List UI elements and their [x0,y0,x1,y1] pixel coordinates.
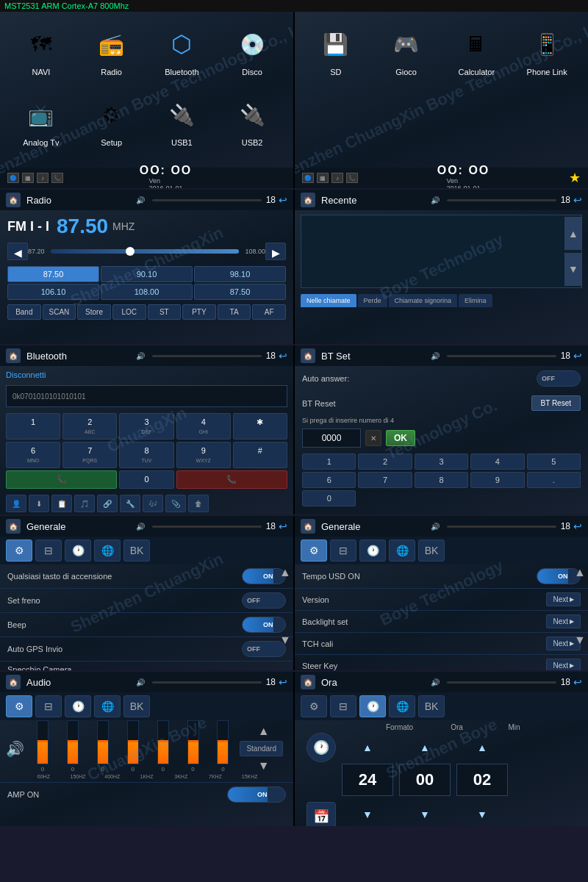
preset-2[interactable]: 90.10 [101,266,193,282]
radio-prev-btn[interactable]: ◀ [7,243,28,260]
gen2-scroll-up[interactable]: ▲ [572,566,588,579]
gen1-tab-bk[interactable]: BK [123,539,150,562]
pin-1[interactable]: 1 [302,453,356,470]
gen1-scroll-up[interactable]: ▲ [277,566,293,579]
tab-elimina[interactable]: Elimina [459,294,492,307]
gen2-tab-equalizer[interactable]: ⊟ [330,539,356,562]
gen2-tab-settings[interactable]: ⚙ [301,539,327,562]
min-up[interactable]: ▲ [456,741,508,754]
app-setup[interactable]: ⚙ Setup [78,94,146,162]
gen2-back-btn[interactable]: ↩ [573,520,582,532]
gen2-tab-globe[interactable]: 🌐 [389,539,415,562]
app-navi[interactable]: 🗺 NAVI [7,24,75,91]
ctrl-loc[interactable]: LOC [112,304,146,320]
ora-tab-clock[interactable]: 🕐 [359,695,386,717]
numpad-hash[interactable]: # [233,442,287,468]
ctrl-st[interactable]: ST [148,304,182,320]
bt-back-btn[interactable]: ↩ [279,350,287,362]
radio-home-btn[interactable]: 🏠 [6,193,21,207]
app-analog-tv[interactable]: 📺 Analog Tv [7,94,75,162]
ctrl-scan[interactable]: SCAN [43,304,76,320]
amp-toggle[interactable]: ON [227,786,286,803]
pin-input[interactable] [302,429,361,448]
numpad-7[interactable]: 7PQRS [62,442,117,468]
numpad-9[interactable]: 9WXYZ [176,442,231,468]
bt-call-log-icon[interactable]: 📋 [51,495,72,512]
bt-music-icon[interactable]: 🎶 [143,495,163,512]
gen2-tab-clock[interactable]: 🕐 [359,539,386,562]
bt-tools-icon[interactable]: 📎 [165,495,186,512]
pin-6[interactable]: 6 [302,472,356,488]
bt-audio-icon[interactable]: 🎵 [74,495,95,512]
numpad-0[interactable]: 0 [119,470,173,489]
preset-3[interactable]: 98.10 [194,266,286,282]
eq-bar-60hz[interactable] [37,720,49,764]
bt-vol-bar[interactable] [152,355,262,357]
min-value[interactable]: 02 [456,764,508,796]
audio-tab-equalizer[interactable]: ⊟ [35,695,62,717]
pin-8[interactable]: 8 [415,472,468,488]
preset-6[interactable]: 87.50 [194,284,286,300]
app-gioco[interactable]: 🎮 Gioco [373,24,440,162]
formato-down[interactable]: ▼ [342,808,393,821]
audio-home-btn[interactable]: 🏠 [6,675,21,689]
tab-perde[interactable]: Perde [358,294,387,307]
audio-tab-globe[interactable]: 🌐 [94,695,121,717]
eq-bar-15khz[interactable] [217,720,229,764]
audio-tab-settings[interactable]: ⚙ [6,695,32,717]
audio-tab-bk[interactable]: BK [123,695,150,717]
pin-3[interactable]: 3 [415,453,468,470]
star-icon[interactable]: ★ [569,170,581,186]
bt-settings-icon[interactable]: 🔧 [120,495,140,512]
audio-back-btn[interactable]: ↩ [279,676,287,688]
bt-home-btn[interactable]: 🏠 [6,348,21,363]
gen2-home-btn[interactable]: 🏠 [301,519,315,534]
bt-contacts-icon[interactable]: 👤 [6,495,26,512]
pin-delete-btn[interactable]: ✕ [365,430,381,446]
ctrl-af[interactable]: AF [252,304,286,320]
auto-answer-toggle[interactable]: OFF [537,370,581,387]
numpad-3[interactable]: 3DEF [119,413,173,440]
ora-home-btn[interactable]: 🏠 [301,675,315,689]
radio-slider[interactable] [51,249,240,254]
ora-tab-equalizer[interactable]: ⊟ [330,695,356,717]
eq-bar-7khz[interactable] [187,720,199,764]
pin-0[interactable]: 0 [302,490,356,506]
numpad-call-green[interactable]: 📞 [6,470,117,489]
app-radio[interactable]: 📻 Radio [78,24,146,91]
pin-ok-btn[interactable]: OK [386,430,415,446]
audio-vol-bar[interactable] [152,681,262,684]
app-usb2[interactable]: 🔌 USB2 [218,94,286,162]
ora-value[interactable]: 00 [399,764,451,796]
radio-next-btn[interactable]: ▶ [265,243,286,260]
pin-2[interactable]: 2 [358,453,412,470]
bt-delete-icon[interactable]: 🗑 [188,495,209,512]
app-sd[interactable]: 💾 SD [302,24,370,162]
pin-7[interactable]: 7 [358,472,412,488]
bt-disconnect-btn[interactable]: Disconnetti [6,370,46,379]
ora-tab-bk[interactable]: BK [418,695,445,717]
ora-up[interactable]: ▲ [399,741,451,754]
gen1-tab-equalizer[interactable]: ⊟ [35,539,62,562]
pin-4[interactable]: 4 [470,453,524,470]
recente-scroll-down[interactable]: ▼ [564,253,582,286]
bt-link-icon[interactable]: 🔗 [97,495,118,512]
min-down[interactable]: ▼ [456,808,508,821]
ora-tab-globe[interactable]: 🌐 [389,695,415,717]
numpad-call-red[interactable]: 📞 [176,470,287,489]
ctrl-store[interactable]: Store [77,304,111,320]
eq-standard-btn[interactable]: Standard [240,741,283,756]
gen1-back-btn[interactable]: ↩ [279,520,287,532]
app-disco[interactable]: 💿 Disco [218,24,286,91]
gen1-vol-bar[interactable] [152,526,262,528]
numpad-6[interactable]: 6MNO [6,442,60,468]
bt-set-home-btn[interactable]: 🏠 [301,348,315,363]
recente-home-btn[interactable]: 🏠 [301,193,315,207]
preset-5[interactable]: 108.00 [101,284,193,300]
bt-set-back-btn[interactable]: ↩ [573,350,582,362]
formato-value[interactable]: 24 [342,764,393,796]
app-bluetooth[interactable]: ⬡ Bluetooth [148,24,216,91]
numpad-2[interactable]: 2ABC [62,413,117,440]
eq-bar-400hz[interactable] [97,720,109,764]
numpad-8[interactable]: 8TUV [119,442,173,468]
